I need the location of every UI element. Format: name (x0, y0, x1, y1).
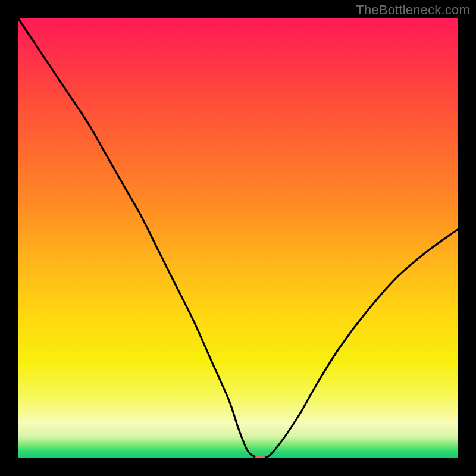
chart-stage: TheBottleneck.com (0, 0, 476, 476)
plot-area (18, 18, 458, 458)
minimum-marker (255, 455, 265, 458)
watermark-text: TheBottleneck.com (356, 2, 470, 18)
bottleneck-curve (18, 18, 458, 458)
